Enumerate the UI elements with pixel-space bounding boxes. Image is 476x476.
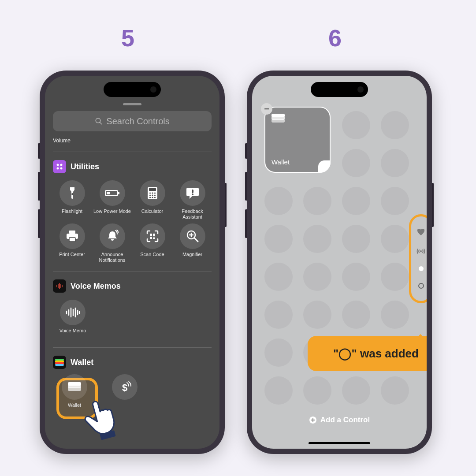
svg-point-12	[149, 192, 150, 193]
feedback-icon	[186, 187, 199, 199]
control-print-center[interactable]: Print Center	[53, 223, 91, 263]
annotation-callout: "◯" was added	[308, 336, 427, 371]
svg-point-14	[154, 192, 155, 193]
svg-rect-9	[107, 192, 110, 194]
svg-rect-8	[118, 192, 119, 194]
plus-circle-icon	[309, 416, 317, 424]
wallet-card-icon	[68, 382, 81, 392]
voice-memos-section-icon	[53, 279, 66, 293]
utilities-title: Utilities	[71, 162, 99, 171]
wallet-widget[interactable]: − Wallet	[264, 107, 331, 173]
control-announce-notifications[interactable]: Announce Notifications	[93, 223, 131, 263]
screen-controls-gallery: Search Controls Volume Utilities Flashli…	[45, 76, 219, 449]
phone-mockup-right: − Wallet Add a Control "◯" was added	[247, 71, 432, 454]
svg-rect-31	[153, 238, 154, 239]
svg-rect-29	[153, 237, 154, 238]
battery-low-icon	[105, 189, 120, 197]
svg-rect-6	[71, 193, 73, 195]
wallet-title: Wallet	[71, 358, 93, 367]
svg-rect-21	[192, 190, 193, 193]
control-magnifier[interactable]: Magnifier	[173, 223, 212, 263]
svg-point-5	[60, 167, 63, 170]
home-indicator[interactable]	[309, 442, 370, 444]
svg-rect-11	[149, 188, 156, 191]
sheet-grabber[interactable]	[123, 103, 141, 105]
svg-point-16	[152, 194, 153, 196]
search-icon	[95, 117, 103, 125]
svg-point-2	[57, 164, 59, 166]
step-number-5: 5	[121, 24, 134, 52]
svg-line-1	[100, 122, 102, 124]
control-low-power-mode[interactable]: Low Power Mode	[93, 180, 131, 220]
dynamic-island	[311, 82, 368, 97]
search-placeholder: Search Controls	[106, 116, 169, 126]
step-number-6: 6	[328, 24, 342, 52]
search-controls-input[interactable]: Search Controls	[53, 111, 212, 131]
control-calculator[interactable]: Calculator	[133, 180, 171, 220]
widget-label: Wallet	[271, 158, 290, 166]
svg-rect-23	[69, 231, 75, 234]
svg-rect-27	[153, 234, 155, 236]
waveform-icon	[65, 307, 80, 318]
svg-rect-26	[150, 234, 152, 236]
pager-highlight	[409, 214, 427, 303]
svg-point-19	[152, 197, 153, 198]
wallet-card-icon	[271, 114, 285, 123]
flashlight-icon	[67, 186, 78, 200]
screen-control-center-edit: − Wallet Add a Control "◯" was added	[252, 76, 427, 449]
utilities-section-icon	[53, 160, 66, 173]
qr-scan-icon	[146, 230, 159, 243]
control-feedback-assistant[interactable]: Feedback Assistant	[173, 180, 212, 220]
control-flashlight[interactable]: Flashlight	[53, 180, 91, 220]
svg-point-17	[154, 194, 155, 196]
calculator-icon	[147, 186, 158, 200]
printer-icon	[66, 230, 79, 242]
volume-label: Volume	[53, 138, 212, 144]
svg-point-3	[60, 164, 63, 166]
svg-rect-30	[154, 238, 155, 239]
control-voice-memo[interactable]: Voice Memo	[53, 300, 93, 339]
remove-widget-button[interactable]: −	[261, 103, 272, 115]
svg-rect-60	[271, 119, 285, 123]
magnifier-plus-icon	[186, 230, 199, 243]
svg-point-15	[149, 194, 150, 196]
dynamic-island	[104, 82, 161, 97]
svg-point-4	[57, 167, 59, 170]
bell-announce-icon	[106, 230, 119, 243]
add-a-control-button[interactable]: Add a Control	[252, 416, 427, 424]
svg-line-34	[194, 238, 198, 242]
wallet-section-icon	[53, 356, 66, 369]
svg-rect-52	[55, 364, 64, 366]
tap-cursor-icon	[82, 392, 126, 440]
svg-rect-32	[154, 237, 155, 238]
svg-rect-55	[68, 387, 81, 391]
control-scan-code[interactable]: Scan Code	[133, 223, 171, 263]
svg-point-13	[152, 192, 153, 193]
svg-point-22	[192, 193, 193, 195]
svg-rect-28	[150, 237, 152, 239]
phone-mockup-left: Search Controls Volume Utilities Flashli…	[40, 71, 225, 454]
svg-point-18	[149, 197, 150, 198]
svg-rect-25	[69, 238, 75, 242]
svg-point-20	[154, 197, 155, 198]
voice-memos-title: Voice Memos	[71, 282, 121, 291]
